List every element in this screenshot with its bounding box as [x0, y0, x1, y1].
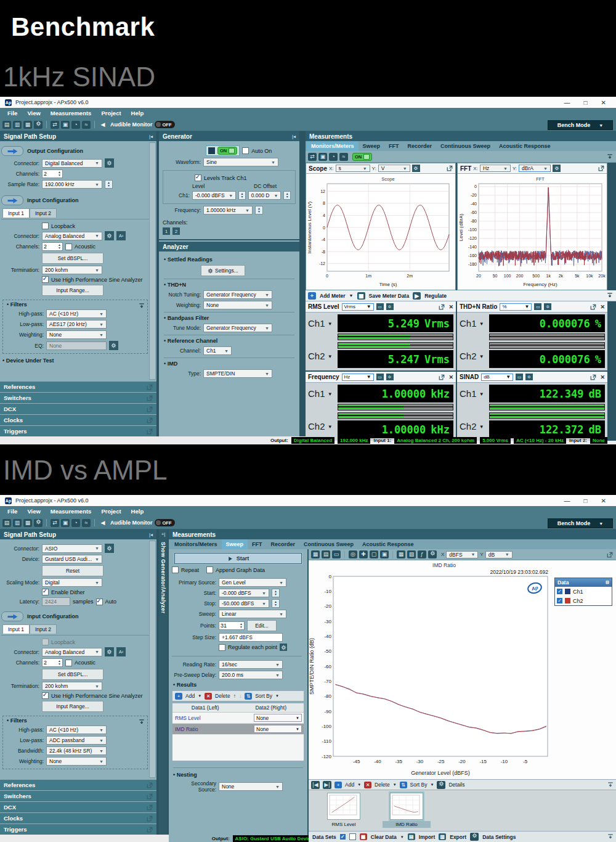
popout-icon[interactable] [590, 304, 596, 310]
popout-icon[interactable] [590, 374, 596, 380]
output-channels-stepper[interactable]: 2▲▼ [42, 170, 63, 178]
filters-pin-icon[interactable] [139, 303, 145, 310]
frequency-input[interactable]: 1.00000 kHz▼ [203, 206, 253, 215]
meter-units-select[interactable]: dB▼ [481, 374, 513, 381]
termination-select[interactable]: 200 kohm▼ [42, 682, 102, 690]
thumbnail-rms-level[interactable]: RMS Level [320, 793, 368, 831]
close-meter-icon[interactable]: ✕ [600, 374, 605, 380]
connector-settings-gear-icon[interactable] [105, 544, 114, 553]
dock-icon[interactable]: |◂ [149, 134, 153, 139]
ch1-visible-checkbox[interactable]: ✓ [557, 589, 562, 594]
triggers-section[interactable]: Triggers [0, 426, 156, 436]
collapse-pin-icon[interactable] [607, 782, 614, 789]
popout-icon[interactable] [147, 417, 153, 423]
tab-monitors-meters[interactable]: Monitors/Meters [307, 141, 359, 151]
channel-selector[interactable]: Ch1 ▼ [308, 314, 335, 329]
channel-selector[interactable]: Ch1 ▼ [460, 314, 487, 329]
meter-style-icon[interactable]: ▭ [376, 374, 384, 380]
latency-input[interactable]: 2424 [42, 597, 70, 606]
recorder-icon[interactable]: ◔ [71, 519, 80, 527]
tab-sweep[interactable]: Sweep [222, 539, 248, 549]
tab-input-1[interactable]: Input 1 [2, 624, 30, 634]
start-button[interactable]: Start [174, 553, 302, 564]
reading-rate-select[interactable]: 16/sec▼ [219, 660, 283, 669]
fx-icon[interactable]: ƒ [418, 550, 426, 558]
legend-row-ch2[interactable]: ✓Ch2 [555, 596, 612, 605]
reference-channel-select[interactable]: Ch1▼ [203, 346, 232, 355]
channel-selector[interactable]: Ch2 ▼ [460, 412, 487, 431]
save-graph-icon[interactable]: ▦ [311, 550, 320, 558]
popout-icon[interactable] [147, 815, 153, 822]
menu-file[interactable]: File [7, 110, 17, 116]
scaling-mode-select[interactable]: Digital▼ [42, 578, 102, 587]
channel-selector[interactable]: Ch2 ▼ [460, 342, 487, 361]
fft-popout-icon[interactable] [598, 165, 604, 171]
graph-popout-icon[interactable] [607, 552, 613, 558]
audible-monitor-toggle[interactable]: OFF [155, 519, 175, 526]
meter-units-select[interactable]: Hz▼ [342, 374, 374, 381]
scrollbar[interactable] [149, 541, 156, 778]
data2-select[interactable]: None▼ [254, 725, 302, 733]
delete-result-icon[interactable]: ✕ [205, 693, 212, 700]
menu-view[interactable]: View [27, 110, 40, 116]
high-pass-select[interactable]: AC (<10 Hz)▼ [46, 726, 107, 734]
import-icon[interactable]: ▤ [408, 833, 415, 840]
tab-input-2[interactable]: Input 2 [30, 208, 57, 218]
bandwidth-select[interactable]: 22.4k (48 kHz SR)▼ [46, 746, 107, 755]
signal-path-icon[interactable]: ⇄ [308, 153, 317, 161]
meter-gear-icon[interactable]: ✲ [386, 303, 394, 310]
y-units-select[interactable]: dB▼ [485, 551, 513, 558]
termination-select[interactable]: 200 kohm▼ [42, 266, 102, 274]
data-settings-label[interactable]: Data Settings [482, 834, 516, 840]
meter-units-select[interactable]: %▼ [500, 303, 532, 311]
set-dbspl-button[interactable]: Set dBSPL... [42, 669, 103, 680]
last-graph-icon[interactable]: ▶| [323, 781, 331, 789]
tab-acoustic-response[interactable]: Acoustic Response [358, 539, 418, 549]
maximize-button[interactable]: □ [584, 99, 588, 106]
clear-data-icon[interactable]: ▦ [360, 833, 367, 840]
dc-offset-input[interactable]: 0.000 D▼ [248, 191, 282, 200]
recorder-icon[interactable]: ◔ [329, 153, 338, 161]
sweep-icon[interactable]: ≈ [339, 153, 348, 161]
ch1-level-input[interactable]: -0.000 dBFS▼ [192, 191, 236, 200]
input-range-button[interactable]: Input Range... [42, 285, 103, 296]
new-file-icon[interactable]: ▤ [2, 121, 11, 129]
details-label[interactable]: Details [448, 782, 464, 788]
stop-icon[interactable] [208, 147, 215, 154]
settings-gear-icon[interactable] [34, 121, 43, 129]
add-graph-icon[interactable]: + [334, 782, 342, 788]
maximize-button[interactable]: □ [584, 497, 588, 504]
result-row-imd-ratio[interactable]: IMD RatioNone▼ [172, 724, 304, 735]
settings-button[interactable]: Settings... [201, 265, 245, 276]
fft-y-units-select[interactable]: dBrA▼ [519, 165, 551, 172]
data2-select[interactable]: None▼ [254, 714, 302, 722]
legend-row-ch1[interactable]: ✓Ch1 [555, 587, 612, 596]
monitors-on-toggle[interactable]: ON [352, 153, 372, 161]
auto-on-checkbox[interactable] [242, 147, 249, 154]
notch-tuning-select[interactable]: Generator Frequency▼ [203, 290, 272, 299]
device-select[interactable]: Gustard USB Audi...▼ [42, 555, 102, 563]
dock-icon[interactable]: |◂ [149, 532, 153, 537]
settings-gear-icon[interactable] [34, 519, 43, 527]
generator-on-toggle[interactable]: ON [206, 145, 240, 156]
tab-monitors-meters[interactable]: Monitors/Meters [170, 539, 222, 549]
high-performance-sine-checkbox[interactable] [42, 692, 49, 699]
move-down-icon[interactable]: ↓ [239, 693, 241, 699]
sort-by-label[interactable]: Sort By [255, 693, 272, 699]
tab-sweep[interactable]: Sweep [359, 141, 385, 151]
loopback-checkbox[interactable] [42, 223, 49, 229]
switchers-section[interactable]: Switchers [0, 791, 156, 801]
popout-icon[interactable] [147, 406, 153, 412]
meters-icon[interactable]: ▣ [318, 153, 327, 161]
sweep-icon[interactable]: ≈ [82, 121, 91, 129]
cursor-icon[interactable]: ▧ [407, 550, 416, 558]
channel-selector[interactable]: Ch1 ▼ [460, 385, 487, 399]
close-meter-icon[interactable]: ✕ [448, 374, 453, 380]
add-result-icon[interactable]: + [175, 693, 182, 700]
dock-icon[interactable]: |◂ [292, 134, 296, 139]
fft-settings-gear-icon[interactable] [553, 165, 561, 172]
copy-graph-icon[interactable]: ▤ [322, 550, 330, 558]
meters-icon[interactable]: ▣ [61, 519, 70, 527]
collapse-pin-icon[interactable] [607, 153, 613, 161]
add-meter-label[interactable]: Add Meter [320, 293, 346, 299]
